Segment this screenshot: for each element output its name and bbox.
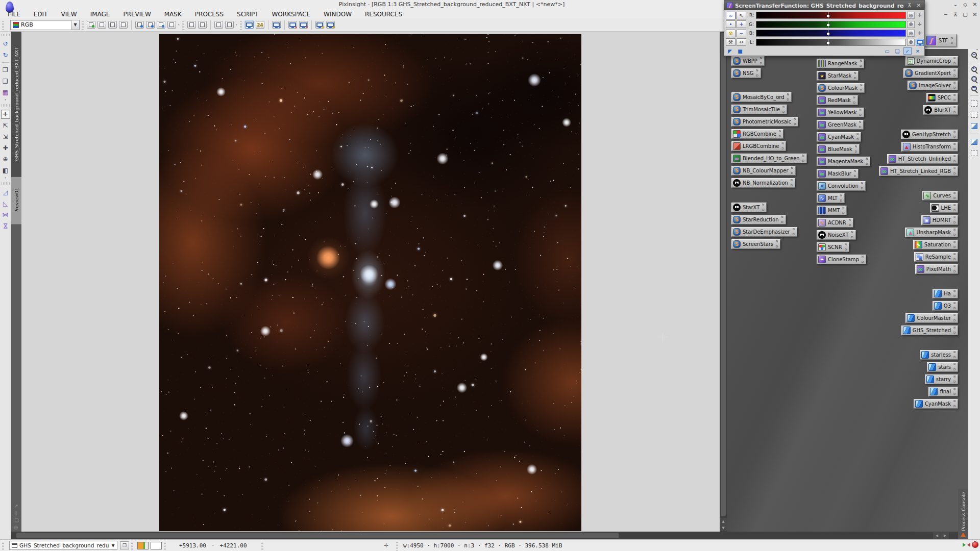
process-icon-mosaicbyco-ord[interactable]: SMosaicByCo_ordND — [731, 92, 792, 102]
process-icon-lhe[interactable]: LHEND — [930, 203, 958, 213]
process-icon-nb-colourmapper[interactable]: SNB_ColourMapperND — [731, 166, 796, 176]
status-grip[interactable] — [164, 541, 166, 550]
scroll-right-button[interactable]: ▶ — [941, 532, 949, 539]
process-icon-greenmask[interactable]: ∞GreenMaskND — [817, 120, 864, 130]
toolbar-grip[interactable] — [2, 20, 4, 30]
menu-file[interactable]: FILE — [1, 10, 27, 19]
process-icon-starxt[interactable]: StarXTND — [731, 203, 767, 212]
stf-slider-r[interactable] — [756, 12, 906, 19]
menu-preview[interactable]: PREVIEW — [116, 10, 157, 19]
process-icon-blurxt[interactable]: BlurXTND — [923, 105, 958, 115]
window-control-icon[interactable]: ▢ — [962, 12, 968, 17]
window-control-icon[interactable]: ⌄ — [952, 2, 959, 7]
status-grip[interactable] — [2, 541, 4, 550]
process-icon-imagesolver[interactable]: SImageSolverND — [908, 81, 958, 90]
fit-views-icon[interactable] — [971, 112, 977, 118]
process-icon-colourmask[interactable]: SColourMaskND — [817, 83, 865, 93]
cursor-mini-icon[interactable]: ↖ — [14, 504, 19, 508]
save-file-icon[interactable] — [146, 21, 155, 29]
tab-preview01[interactable]: Preview01 — [11, 177, 21, 224]
edit-image-icon[interactable] — [97, 21, 106, 29]
status-grip[interactable] — [261, 541, 263, 550]
stf-enable-icon[interactable] — [245, 21, 254, 29]
shade-window-icon[interactable]: ⊼ — [906, 3, 913, 8]
zoom-11-icon[interactable]: • — [726, 20, 736, 28]
horizontal-scrollbar[interactable]: ◀ ▶ — [11, 532, 958, 539]
menu-mask[interactable]: MASK — [158, 10, 188, 19]
chevron-down-icon[interactable]: ▼ — [71, 20, 79, 30]
zoom-in-icon[interactable]: + — [737, 20, 746, 28]
toolbar-grip[interactable] — [2, 104, 10, 107]
process-icon-wbpp[interactable]: SWBPPND — [731, 56, 765, 66]
process-icon-photometricmosaic[interactable]: SPhotometricMosaicND — [731, 117, 798, 127]
stf-preview-icon[interactable] — [916, 39, 924, 46]
stf-midtone-marker[interactable] — [828, 39, 828, 45]
stf-edit-icon[interactable]: ✛ — [916, 30, 924, 37]
save-as-icon[interactable] — [157, 21, 165, 29]
process-icon-starmask[interactable]: ★StarMaskND — [817, 71, 859, 81]
process-icon-convolution[interactable]: ✳ConvolutionND — [817, 181, 866, 191]
prev-arrow-icon[interactable] — [963, 543, 966, 547]
shrink-window-icon[interactable] — [971, 123, 977, 129]
toolbar-grip[interactable] — [2, 182, 10, 185]
toolbar-grip[interactable] — [82, 20, 84, 30]
image-info-icon[interactable] — [108, 21, 117, 29]
zoom-fit-icon[interactable]: □ — [971, 76, 977, 82]
zoom-out-icon[interactable]: − — [737, 30, 746, 37]
process-icon-hdmrt[interactable]: ▣HDMRTND — [921, 215, 958, 225]
stf-slider-b[interactable] — [756, 30, 906, 37]
cancel-icon[interactable]: ✕ — [914, 47, 922, 55]
frame-window-icon[interactable] — [971, 150, 977, 156]
image-properties-icon[interactable] — [119, 21, 128, 29]
reset-icon[interactable]: ⊗ — [907, 39, 915, 46]
stf-tool-icon[interactable]: ◤ — [726, 47, 734, 55]
process-icon-resample[interactable]: ReSampleND — [914, 252, 958, 262]
status-grip[interactable] — [131, 541, 133, 550]
window-cascade-icon[interactable] — [225, 21, 234, 29]
tab-image-window[interactable]: GHS_Stretched_background_reduced_BXT_NXT — [11, 32, 21, 177]
process-icon-ht-stretch-linked-rgb[interactable]: ∞HT_Stretch_Linked_RGBND — [879, 166, 958, 176]
process-icon-redmask[interactable]: ∞RedMaskND — [817, 95, 858, 105]
split-view-icon[interactable] — [187, 21, 196, 29]
zoom-out-mode-icon[interactable]: ⇲ — [1, 132, 10, 141]
window-control-icon[interactable]: ✕ — [972, 12, 978, 17]
rotate-cw-icon[interactable]: ◿ — [1, 188, 10, 197]
process-icon-stf[interactable]: ʃ STF ND — [923, 34, 957, 47]
open-file-icon[interactable] — [135, 21, 144, 29]
frame-mini-icon[interactable]: ▭ — [14, 511, 19, 516]
scroll-down-button[interactable]: ▼ — [720, 524, 727, 531]
astro-image-view[interactable] — [159, 34, 581, 531]
toolbar-grip[interactable] — [2, 34, 10, 36]
reset-icon[interactable]: ⊗ — [907, 30, 915, 37]
window-control-icon[interactable]: ◇ — [962, 2, 968, 7]
process-icon-starless[interactable]: starlessND — [920, 350, 958, 360]
alert-badge-icon[interactable] — [972, 541, 978, 548]
zoom-optimal-icon[interactable]: ± — [971, 86, 977, 91]
probe-mode-icon[interactable]: ⊕ — [1, 155, 10, 164]
radiation-icon[interactable]: ☢ — [726, 30, 736, 37]
stf-tool-icon[interactable]: ■ — [736, 47, 744, 55]
tab-process-console[interactable]: Process Console — [958, 489, 968, 539]
process-icon-clonestamp[interactable]: ✦CloneStampND — [817, 255, 866, 264]
toolbar-grip[interactable] — [182, 20, 184, 30]
view-selector[interactable]: GHS_Stretched_background_reduced_ ▼ — [9, 541, 117, 550]
menu-script[interactable]: SCRIPT — [230, 10, 265, 19]
flip-h-icon[interactable]: ⋈ — [1, 210, 10, 219]
stf-disable-1-icon[interactable]: ✕ — [288, 21, 297, 29]
split-window-icon[interactable] — [971, 139, 977, 145]
process-icon-screenstars[interactable]: SScreenStarsND — [731, 239, 780, 249]
status-grip[interactable] — [396, 541, 398, 550]
stf-slider-g[interactable] — [756, 21, 906, 28]
menu-view[interactable]: VIEW — [54, 10, 83, 19]
window-control-icon[interactable]: − — [943, 12, 949, 17]
select-view-icon[interactable] — [971, 101, 977, 107]
reset-icon[interactable]: ⊗ — [907, 12, 915, 19]
screen-mode-icon[interactable]: ❐ — [1, 65, 10, 74]
process-icon-bluemask[interactable]: ∞BlueMaskND — [817, 144, 860, 154]
menu-edit[interactable]: EDIT — [27, 10, 55, 19]
process-icon-spcc[interactable]: SPCCND — [926, 93, 958, 103]
process-icon-histotransform[interactable]: ▲HistoTransformND — [901, 142, 958, 152]
scroll-left-button[interactable]: ◀ — [933, 532, 941, 539]
process-icon-trimmosaictile[interactable]: STrimMosaicTileND — [731, 105, 787, 114]
vertical-scrollbar[interactable]: ▲ ▼ — [720, 32, 727, 532]
